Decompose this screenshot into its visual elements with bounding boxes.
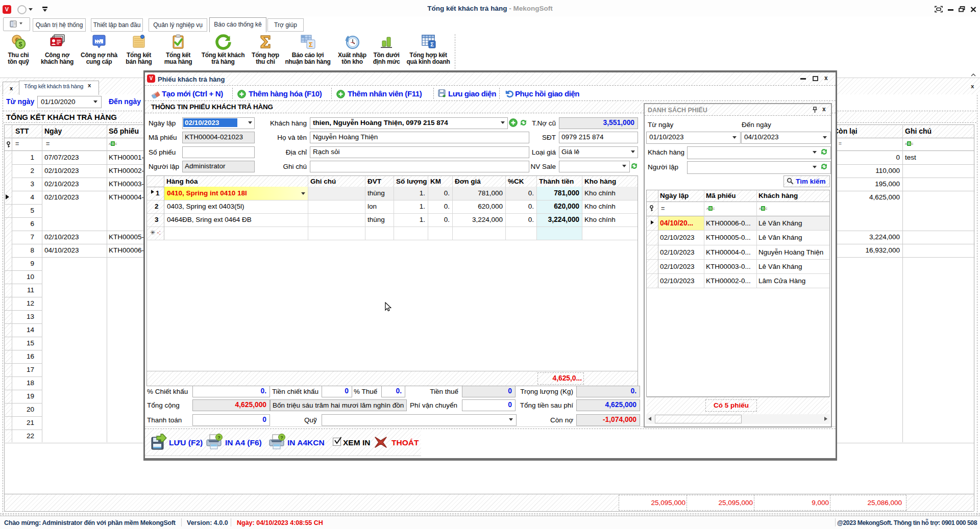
svg-text:Σ: Σ	[430, 41, 434, 47]
svg-text:$: $	[18, 40, 22, 48]
svg-text:?: ?	[217, 435, 220, 440]
svg-text:?: ?	[280, 435, 283, 440]
svg-text:Σ: Σ	[309, 41, 313, 48]
